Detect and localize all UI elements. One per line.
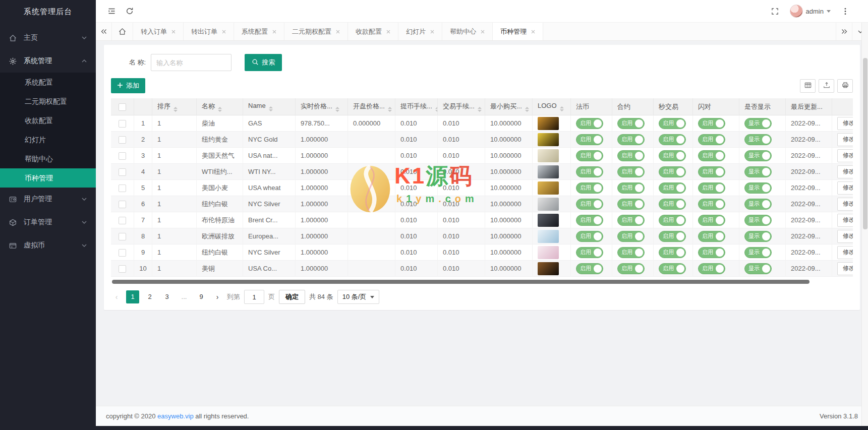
page-button-3[interactable]: 3: [160, 290, 173, 303]
contract-toggle[interactable]: 启用: [617, 182, 645, 194]
row-checkbox[interactable]: [119, 249, 126, 257]
column-header-提币手续...[interactable]: 提币手续...: [395, 98, 438, 115]
column-header-交易手续...[interactable]: 交易手续...: [438, 98, 485, 115]
seconds-trade-toggle[interactable]: 启用: [659, 166, 686, 177]
close-icon[interactable]: [336, 30, 340, 34]
tab-收款配置[interactable]: 收款配置: [348, 23, 398, 40]
visible-toggle[interactable]: 显示: [744, 150, 772, 161]
sidebar-subitem-收款配置[interactable]: 收款配置: [0, 111, 96, 130]
more-options-icon[interactable]: [838, 4, 853, 19]
flash-toggle[interactable]: 启用: [698, 199, 725, 210]
edit-button[interactable]: 修改: [837, 117, 853, 130]
column-header-名称[interactable]: 名称: [197, 98, 243, 115]
page-button-1[interactable]: 1: [126, 290, 139, 303]
sort-icon[interactable]: [388, 107, 392, 112]
tab-二元期权配置[interactable]: 二元期权配置: [284, 23, 348, 40]
fiat-toggle[interactable]: 启用: [576, 247, 603, 258]
add-button[interactable]: 添加: [111, 78, 145, 93]
fullscreen-icon[interactable]: [768, 4, 783, 19]
search-button[interactable]: 搜索: [245, 54, 282, 71]
search-input[interactable]: [151, 54, 232, 71]
prev-page-button[interactable]: ‹: [111, 293, 122, 301]
seconds-trade-toggle[interactable]: 启用: [659, 263, 686, 274]
column-header-最小购买...[interactable]: 最小购买...: [485, 98, 533, 115]
seconds-trade-toggle[interactable]: 启用: [659, 150, 686, 161]
seconds-trade-toggle[interactable]: 启用: [659, 134, 686, 145]
column-header-checkbox[interactable]: [111, 98, 134, 115]
sort-icon[interactable]: [173, 107, 178, 112]
flash-toggle[interactable]: 启用: [698, 166, 725, 177]
row-checkbox[interactable]: [119, 120, 126, 128]
sidebar-item-虚拟币[interactable]: 虚拟币: [0, 234, 96, 257]
tab-home[interactable]: [112, 23, 133, 40]
tab-转出订单[interactable]: 转出订单: [184, 23, 234, 40]
seconds-trade-toggle[interactable]: 启用: [659, 118, 686, 129]
edit-button[interactable]: 修改: [837, 246, 853, 259]
tab-币种管理[interactable]: 币种管理: [493, 23, 543, 40]
sidebar-item-系统管理[interactable]: 系统管理: [0, 49, 96, 73]
visible-toggle[interactable]: 显示: [744, 215, 772, 226]
tab-幻灯片[interactable]: 幻灯片: [398, 23, 442, 40]
flash-toggle[interactable]: 启用: [698, 150, 725, 161]
fiat-toggle[interactable]: 启用: [576, 150, 603, 161]
sort-icon[interactable]: [269, 106, 273, 111]
flash-toggle[interactable]: 启用: [698, 215, 725, 226]
row-checkbox[interactable]: [119, 265, 126, 273]
page-size-select[interactable]: 10 条/页: [337, 290, 380, 304]
goto-confirm-button[interactable]: 确定: [279, 290, 305, 304]
sort-icon[interactable]: [525, 107, 529, 112]
close-icon[interactable]: [531, 30, 535, 34]
goto-page-input[interactable]: [244, 290, 264, 304]
flash-toggle[interactable]: 启用: [698, 134, 725, 145]
fiat-toggle[interactable]: 启用: [576, 231, 603, 242]
row-checkbox[interactable]: [119, 168, 126, 176]
flash-toggle[interactable]: 启用: [698, 231, 725, 242]
sidebar-item-订单管理[interactable]: 订单管理: [0, 211, 96, 234]
flash-toggle[interactable]: 启用: [698, 182, 725, 194]
close-icon[interactable]: [386, 30, 390, 34]
fiat-toggle[interactable]: 启用: [576, 215, 603, 226]
tab-转入订单[interactable]: 转入订单: [133, 23, 184, 40]
sort-icon[interactable]: [478, 107, 482, 112]
horizontal-scrollbar-thumb[interactable]: [112, 280, 809, 284]
contract-toggle[interactable]: 启用: [617, 215, 645, 226]
page-button-2[interactable]: 2: [143, 290, 156, 303]
contract-toggle[interactable]: 启用: [617, 231, 645, 242]
visible-toggle[interactable]: 显示: [744, 231, 772, 242]
sidebar-item-主页[interactable]: 主页: [0, 26, 96, 49]
export-button[interactable]: [819, 79, 834, 93]
seconds-trade-toggle[interactable]: 启用: [659, 182, 686, 194]
flash-toggle[interactable]: 启用: [698, 247, 725, 258]
fiat-toggle[interactable]: 启用: [576, 182, 603, 194]
print-button[interactable]: [837, 79, 853, 93]
fiat-toggle[interactable]: 启用: [576, 134, 603, 145]
visible-toggle[interactable]: 显示: [744, 166, 772, 177]
contract-toggle[interactable]: 启用: [617, 150, 645, 161]
collapse-sidebar-icon[interactable]: [104, 4, 119, 19]
next-page-button[interactable]: ›: [212, 293, 223, 301]
copyright-link[interactable]: easyweb.vip: [157, 412, 194, 420]
contract-toggle[interactable]: 启用: [617, 263, 645, 274]
flash-toggle[interactable]: 启用: [698, 118, 725, 129]
visible-toggle[interactable]: 显示: [744, 182, 772, 194]
column-header-排序[interactable]: 排序: [152, 98, 197, 115]
seconds-trade-toggle[interactable]: 启用: [659, 215, 686, 226]
select-all-checkbox[interactable]: [119, 103, 126, 111]
edit-button[interactable]: 修改: [837, 198, 853, 211]
seconds-trade-toggle[interactable]: 启用: [659, 231, 686, 242]
row-checkbox[interactable]: [119, 233, 126, 240]
close-icon[interactable]: [430, 30, 434, 34]
seconds-trade-toggle[interactable]: 启用: [659, 247, 686, 258]
contract-toggle[interactable]: 启用: [617, 134, 645, 145]
flash-toggle[interactable]: 启用: [698, 263, 725, 274]
sidebar-subitem-幻灯片[interactable]: 幻灯片: [0, 130, 96, 149]
edit-button[interactable]: 修改: [837, 262, 853, 275]
row-checkbox[interactable]: [119, 152, 126, 160]
vertical-scrollbar-thumb[interactable]: [863, 58, 867, 229]
row-checkbox[interactable]: [119, 201, 126, 208]
row-checkbox[interactable]: [119, 217, 126, 224]
sort-icon[interactable]: [560, 106, 564, 111]
sidebar-item-用户管理[interactable]: 用户管理: [0, 188, 96, 211]
visible-toggle[interactable]: 显示: [744, 134, 772, 145]
tab-系统配置[interactable]: 系统配置: [234, 23, 284, 40]
